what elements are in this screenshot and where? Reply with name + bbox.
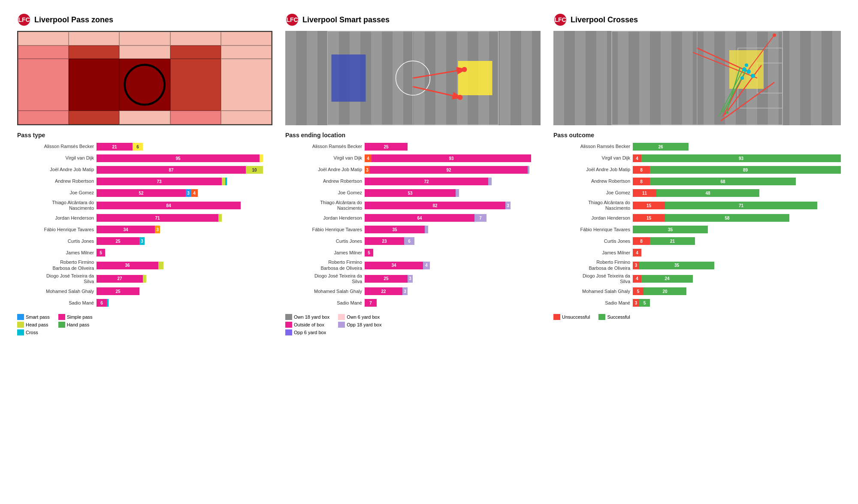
heatmap-cell [170, 59, 221, 111]
bar-segment: 5 [365, 249, 373, 257]
bar-area: 5 [97, 248, 272, 257]
bar-segment: 25 [97, 237, 139, 245]
legend-label: Head pass [26, 322, 48, 327]
bar-area: 26 [633, 142, 841, 151]
bar-segment: 35 [365, 226, 425, 233]
bar-row: Jordan Henderson647 [285, 213, 541, 223]
bar-segment [222, 178, 225, 185]
player-name-label: Joël Andre Job Matip [17, 167, 97, 172]
bar-segment: 34 [97, 226, 155, 233]
player-name-label: Virgil van Dijk [553, 155, 633, 161]
bar-segment [528, 166, 529, 174]
player-name-label: Virgil van Dijk [17, 155, 97, 161]
bar-segment: 89 [650, 166, 841, 174]
bar-segment: 64 [365, 214, 474, 222]
bar-segment: 5 [97, 249, 105, 257]
bar-segment: 52 [97, 189, 186, 197]
bar-row: James Milner5 [285, 248, 541, 257]
heatmap-cell [69, 59, 119, 111]
bar-area: 493 [365, 154, 541, 163]
bar-area: 5234 [97, 188, 272, 198]
svg-point-32 [751, 74, 755, 78]
svg-point-30 [742, 67, 746, 72]
bar-segment [218, 214, 222, 222]
player-name-label: Mohamed Salah Ghaly [553, 289, 633, 294]
player-name-label: Joël Andre Job Matip [285, 167, 365, 172]
bar-area: 72 [365, 177, 541, 186]
svg-point-33 [740, 76, 744, 80]
player-name-label: James Milner [285, 250, 365, 256]
player-name-label: Diogo José Teixeira da Silva [553, 273, 633, 284]
bar-row: Virgil van Dijk493 [553, 154, 841, 163]
bar-segment: 3 [633, 299, 639, 307]
bar-segment: 6 [133, 143, 143, 151]
legend-label: Successful [607, 314, 630, 320]
player-name-label: Alisson Ramsés Becker [17, 144, 97, 149]
bar-segment: 8 [633, 178, 650, 185]
heatmap-cell [18, 59, 69, 111]
bar-segment: 84 [97, 202, 241, 209]
legend-color-swatch [58, 314, 65, 320]
bar-segment: 25 [365, 143, 408, 151]
chart-legend: Own 18 yard boxOutside of boxOpp 6 yard … [285, 314, 541, 335]
bar-segment: 24 [641, 275, 693, 283]
bar-area: 821 [633, 236, 841, 246]
bar-segment [260, 154, 263, 162]
player-name-label: Roberto Firmino Barbosa de Oliveira [17, 260, 97, 271]
bar-row: James Milner5 [17, 248, 272, 257]
bar-area: 71 [97, 213, 272, 223]
panel-title: Liverpool Pass zones [34, 15, 113, 24]
bars-container: Alisson Ramsés Becker216Virgil van Dijk9… [17, 142, 272, 310]
smart-passes-pitch [285, 31, 541, 125]
bar-segment: 93 [641, 154, 841, 162]
bar-area: 35 [633, 225, 841, 234]
bar-area: 1571 [633, 201, 841, 210]
player-name-label: Virgil van Dijk [285, 155, 365, 161]
legend-color-swatch [338, 314, 345, 320]
panel-smart-passes: LFC Liverpool Smart passes Pass ending l… [285, 13, 541, 335]
player-name-label: Joe Gomez [285, 190, 365, 196]
heatmap-cell [170, 32, 221, 45]
panel-pass-zones: LFC Liverpool Pass zonesPass typeAlisson… [17, 13, 272, 335]
main-container: LFC Liverpool Pass zonesPass typeAlisson… [0, 0, 858, 348]
legend-item: Outside of box [285, 322, 329, 328]
bar-area: 25 [365, 142, 541, 151]
bar-area: 424 [633, 274, 841, 284]
heatmap-cell [18, 45, 69, 59]
bar-row: Curtis Jones236 [285, 236, 541, 246]
bar-row: Roberto Firmino Barbosa de Oliveira335 [553, 260, 841, 271]
bar-row: Diogo José Teixeira da Silva27 [17, 273, 272, 284]
chart-legend: Smart passHead passCrossSimple passHand … [17, 314, 272, 335]
bar-segment: 4 [633, 154, 641, 162]
legend-label: Smart pass [26, 314, 50, 320]
panel-header: LFC Liverpool Crosses [553, 13, 841, 27]
panel-header: LFC Liverpool Smart passes [285, 13, 541, 27]
bar-area: 27 [97, 274, 272, 284]
bar-row: Fábio Henrique Tavares35 [553, 225, 841, 234]
bar-segment [488, 178, 492, 185]
svg-point-2 [125, 65, 165, 105]
bar-area: 36 [97, 261, 272, 270]
heatmap-cell [69, 111, 119, 124]
bar-segment: 5 [633, 287, 644, 295]
svg-point-13 [462, 67, 467, 72]
bar-area: 647 [365, 213, 541, 223]
heatmap-cell [119, 59, 170, 111]
bar-area: 868 [633, 177, 841, 186]
legend-color-swatch [285, 329, 292, 335]
svg-rect-9 [458, 61, 492, 95]
bar-segment: 5 [639, 299, 650, 307]
bar-row: Joe Gomez5234 [17, 188, 272, 198]
bar-segment [143, 275, 146, 283]
player-name-label: Curtis Jones [17, 238, 97, 244]
legend-item: Opp 6 yard box [285, 329, 329, 335]
bar-row: Jordan Henderson1558 [553, 213, 841, 223]
player-name-label: Curtis Jones [553, 238, 633, 244]
bar-area: 5 [365, 248, 541, 257]
pitch-visualization [285, 31, 541, 125]
bar-segment: 8 [633, 166, 650, 174]
bar-segment: 53 [365, 189, 456, 197]
bar-area: 8710 [97, 165, 272, 175]
player-name-label: Fábio Henrique Tavares [17, 227, 97, 232]
bar-segment [158, 262, 163, 269]
